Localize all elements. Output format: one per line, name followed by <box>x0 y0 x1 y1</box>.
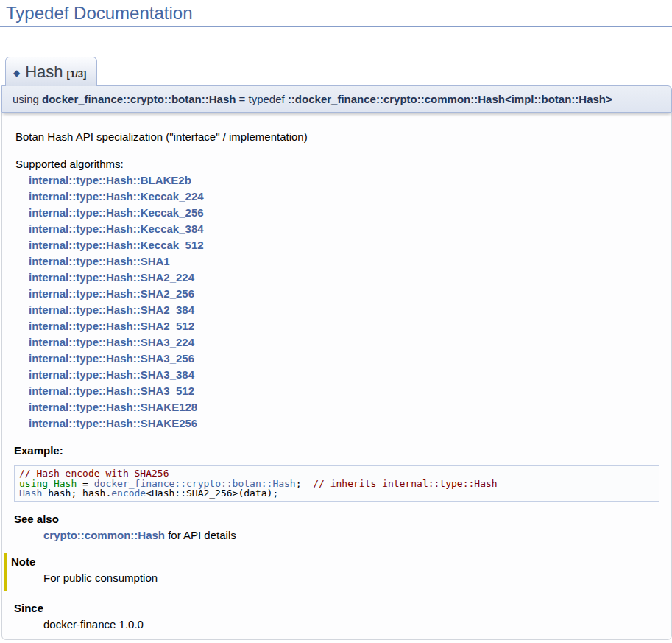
algorithm-link[interactable]: internal::type::Hash::SHA3_512 <box>29 383 659 399</box>
declaration-middle: = typedef <box>236 93 287 105</box>
member-description: Botan Hash API specialization ("interfac… <box>15 130 659 143</box>
example-label: Example: <box>14 444 659 457</box>
code-line: using Hash = docker_finance::crypto::bot… <box>19 479 654 489</box>
note-label: Note <box>11 555 659 568</box>
page-title: Typedef Documentation <box>0 0 672 27</box>
code-token: <Hash::SHA2_256>(data); <box>146 488 278 499</box>
declaration-type: ::docker_finance::crypto::common::Hash<i… <box>288 93 612 105</box>
member-doc: Botan Hash API specialization ("interfac… <box>1 113 672 640</box>
algorithm-link[interactable]: internal::type::Hash::Keccak_256 <box>29 205 659 221</box>
code-link[interactable]: encode <box>111 488 146 499</box>
note-text: For public consumption <box>43 572 659 584</box>
note-section: Note For public consumption <box>4 553 659 591</box>
algorithm-link[interactable]: internal::type::Hash::SHA2_512 <box>29 318 659 334</box>
since-section: Since docker-finance 1.0.0 <box>14 602 659 630</box>
member-item: using docker_finance::crypto::botan::Has… <box>1 85 672 640</box>
see-also-content: crypto::common::Hash for API details <box>43 529 659 541</box>
member-overload-index: [1/3] <box>67 68 87 80</box>
member-name: Hash <box>25 63 63 81</box>
algorithm-link[interactable]: internal::type::Hash::SHA3_256 <box>29 351 659 367</box>
code-token: hash; hash. <box>42 488 111 499</box>
algorithm-list: internal::type::Hash::BLAKE2binternal::t… <box>29 172 659 432</box>
see-also-suffix: for API details <box>165 529 236 541</box>
algorithm-link[interactable]: internal::type::Hash::SHA2_384 <box>29 302 659 318</box>
algorithm-link[interactable]: internal::type::Hash::SHA2_256 <box>29 286 659 302</box>
example-code: // Hash encode with SHA256using Hash = d… <box>14 465 659 502</box>
code-token: // inherits internal::type::Hash <box>313 478 497 489</box>
member-declaration: using docker_finance::crypto::botan::Has… <box>1 85 672 113</box>
supported-algorithms-block: Supported algorithms: internal::type::Ha… <box>15 156 659 432</box>
since-text: docker-finance 1.0.0 <box>43 618 659 630</box>
code-line: // Hash encode with SHA256 <box>19 468 654 479</box>
algorithm-link[interactable]: internal::type::Hash::SHA3_224 <box>29 334 659 351</box>
algorithm-link[interactable]: internal::type::Hash::Keccak_512 <box>29 237 659 253</box>
algorithm-link[interactable]: internal::type::Hash::Keccak_224 <box>29 189 659 205</box>
see-also-label: See also <box>14 513 659 525</box>
algorithm-link[interactable]: internal::type::Hash::SHA1 <box>29 253 659 270</box>
algorithm-link[interactable]: internal::type::Hash::BLAKE2b <box>29 172 659 189</box>
algorithm-link[interactable]: internal::type::Hash::SHA2_224 <box>29 270 659 286</box>
see-also-link[interactable]: crypto::common::Hash <box>43 529 165 541</box>
code-link[interactable]: Hash <box>19 488 42 499</box>
algorithm-link[interactable]: internal::type::Hash::SHAKE128 <box>29 399 659 415</box>
algorithm-link[interactable]: internal::type::Hash::SHAKE256 <box>29 415 659 432</box>
declaration-prefix: using <box>13 93 42 105</box>
member-title-tab: ◆Hash[1/3] <box>5 57 97 86</box>
permalink-icon[interactable]: ◆ <box>13 68 20 78</box>
declaration-name: docker_finance::crypto::botan::Hash <box>42 93 236 105</box>
supported-algorithms-label: Supported algorithms: <box>15 158 124 170</box>
code-line: Hash hash; hash.encode<Hash::SHA2_256>(d… <box>19 488 654 499</box>
algorithm-link[interactable]: internal::type::Hash::SHA3_384 <box>29 367 659 383</box>
see-also-section: See also crypto::common::Hash for API de… <box>14 513 659 541</box>
code-token: ; <box>296 478 313 489</box>
since-label: Since <box>14 602 659 614</box>
algorithm-link[interactable]: internal::type::Hash::Keccak_384 <box>29 221 659 237</box>
